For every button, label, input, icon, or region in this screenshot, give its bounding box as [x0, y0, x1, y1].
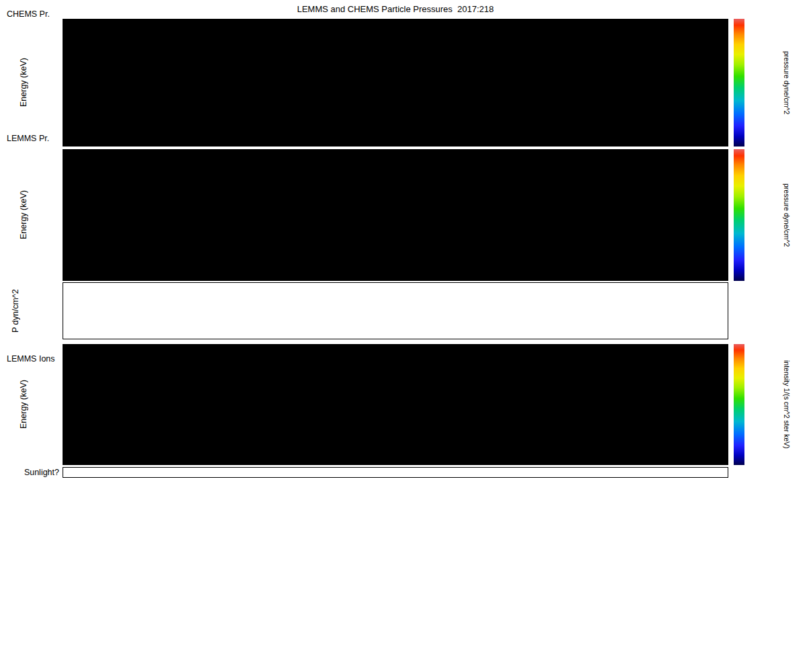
colorbar-ions [734, 344, 744, 465]
ylabel-chems: Energy (keV) [19, 19, 30, 146]
chems-pressure-panel [63, 19, 728, 146]
lemms-pressure-panel [63, 149, 728, 281]
colorbar-label-ions: intensity 1/(s cm^2 ster keV) [780, 344, 791, 465]
colorbar-label-chems: pressure dyne/cm^2 [780, 19, 791, 146]
lemms-pressure-canvas [63, 150, 728, 280]
sunlight-label: Sunlight? [0, 468, 59, 477]
colorbar-chems [734, 19, 744, 146]
figure-title: LEMMS and CHEMS Particle Pressures 2017:… [63, 4, 728, 14]
colorbar-lemms [734, 149, 744, 281]
pressure-line-panel [63, 282, 728, 339]
lemms-ions-panel [63, 344, 728, 465]
ylabel-pressure-line: P dyn/cm^2 [11, 282, 22, 339]
sunlight-bar [63, 467, 728, 478]
pressure-line-canvas [63, 283, 728, 339]
panel-label-ions: LEMMS Ions [7, 354, 55, 364]
colorbar-label-lemms: pressure dyne/cm^2 [780, 149, 791, 281]
lemms-ions-canvas [63, 345, 728, 464]
ylabel-lemms: Energy (keV) [19, 149, 30, 281]
chems-pressure-canvas [63, 19, 728, 146]
panel-label-chems: CHEMS Pr. [7, 9, 50, 19]
ylabel-ions: Energy (keV) [19, 344, 30, 465]
figure: LEMMS and CHEMS Particle Pressures 2017:… [0, 0, 807, 672]
